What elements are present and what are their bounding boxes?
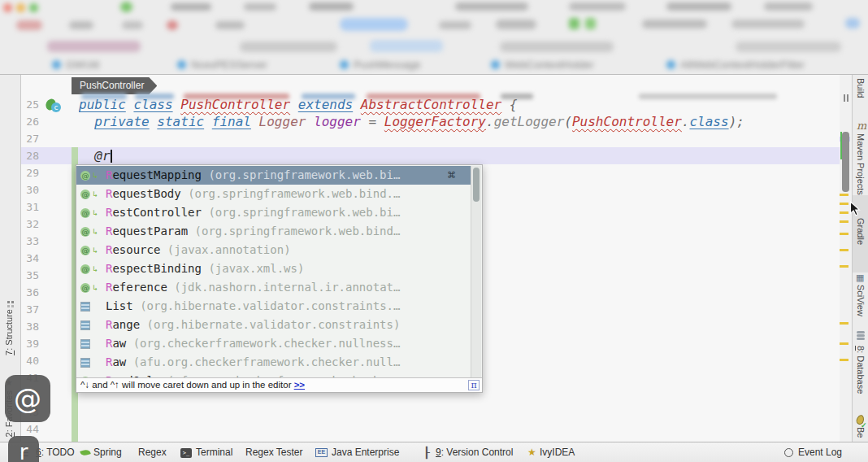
warning-tick[interactable] [840, 322, 848, 325]
completion-list[interactable]: @↳RequestMapping (org.springframework.we… [76, 165, 482, 378]
line-number: 37 [21, 301, 39, 318]
tab-label: AllWebContextHolderFilter [680, 59, 805, 71]
more-shortcuts-link[interactable]: >> [294, 380, 305, 390]
code-line-26: private static final Logger logger = Log… [79, 113, 744, 130]
completion-item[interactable]: @↳RespectBinding (javax.xml.ws) [76, 259, 471, 278]
warning-tick[interactable] [840, 342, 848, 345]
label: SciView [856, 285, 866, 316]
blur-blob [171, 3, 211, 11]
blur-blob [500, 41, 614, 52]
code-line-25: public class PushController extends Abst… [79, 96, 517, 113]
breadcrumb[interactable]: PushController [72, 77, 157, 94]
completion-item[interactable]: @↳RequestMapping (org.springframework.we… [76, 166, 471, 185]
warning-tick[interactable] [840, 265, 848, 268]
tab-label: WebContextHolder [505, 59, 594, 71]
warning-tick[interactable] [840, 220, 848, 223]
class-file-icon [52, 60, 61, 69]
completion-item[interactable]: @↳RestController (org.springframework.we… [76, 203, 471, 222]
statusbar-spring[interactable]: Spring [93, 442, 122, 462]
toolwindow-button-gradle[interactable]: Gradle [856, 218, 866, 245]
warning-tick[interactable] [840, 359, 848, 361]
traffic-light-zoom-icon[interactable] [29, 3, 38, 12]
completion-item[interactable]: @↳Resource (javax.annotation) [76, 241, 471, 259]
toolwindow-button-build[interactable]: Build [856, 78, 866, 98]
completion-item[interactable]: List (org.hibernate.validator.constraint… [76, 297, 471, 316]
toolwindow-button-beans[interactable]: Be [856, 427, 866, 438]
warning-tick[interactable] [840, 211, 848, 214]
shortcut-hint-icon: ⌘ [447, 166, 456, 185]
class-file-icon [177, 60, 186, 69]
completion-item[interactable]: @↳RequestParam (org.springframework.web.… [76, 222, 471, 241]
warning-tick[interactable] [840, 249, 848, 251]
completion-item[interactable]: Raw (afu.org.checkerframework.checker.nu… [76, 353, 471, 372]
maven-icon: m [857, 120, 866, 132]
blur-blob [642, 20, 707, 28]
toolwindow-button-sciview[interactable]: SciView [856, 285, 866, 316]
statusbar-regex-tester[interactable]: Regex Tester [245, 442, 302, 462]
line-number: 32 [21, 216, 39, 233]
pi-sorting-icon[interactable]: π [468, 380, 480, 390]
blur-blob [370, 40, 443, 52]
spring-controller-gutter-icon[interactable]: c [46, 99, 62, 113]
right-toolwindow-stripe: Build m Maven Projects Gradle ▦ SciView … [852, 75, 868, 442]
run-config-blurred[interactable] [340, 18, 408, 31]
statusbar-event-log[interactable]: Event Log [798, 442, 842, 462]
item-label: espectBinding (javax.xml.ws) [112, 259, 304, 278]
editor-tab-blurred[interactable]: PushMessage [340, 57, 420, 72]
completion-item[interactable]: Raw (org.checkerframework.checker.nullne… [76, 334, 471, 353]
blur-blob [215, 21, 245, 29]
blur-blob [309, 2, 354, 11]
label: Gradle [856, 218, 866, 245]
annotation-icon: @ [80, 283, 90, 293]
text-caret [111, 150, 112, 163]
editor-tab-blurred[interactable]: GWUtil [52, 57, 99, 72]
line-number: 26 [21, 113, 39, 130]
editor-tab-blurred[interactable]: NcesPESServer [177, 57, 267, 72]
completion-item[interactable]: @↳RequestBody (org.springframework.web.b… [76, 185, 471, 203]
database-icon [857, 331, 865, 341]
blur-blob [240, 41, 337, 52]
blur-blob [122, 21, 143, 29]
warning-tick[interactable] [840, 233, 848, 235]
label: : Structure [4, 309, 14, 351]
editor-tab-blurred[interactable]: AllWebContextHolderFilter [666, 57, 805, 72]
warning-tick[interactable] [840, 203, 848, 205]
mouse-cursor [849, 201, 861, 220]
statusbar-ivyidea[interactable]: IvyIDEA [540, 442, 575, 462]
scrollbar-thumb[interactable] [842, 132, 849, 192]
window-chrome-blurred: GWUtil NcesPESServer PushMessage WebCont… [0, 0, 868, 75]
traffic-light-close-icon[interactable] [3, 3, 12, 12]
annotation-icon: @ [80, 171, 90, 181]
toolwindow-button-structure[interactable]: 7: Structure [4, 309, 14, 355]
blur-blob [120, 2, 132, 12]
popup-scrollbar[interactable] [471, 166, 481, 377]
annotation-icon: @ [80, 190, 90, 199]
toolwindow-button-maven-projects[interactable]: Maven Projects [856, 133, 866, 195]
line-number: 39 [21, 335, 39, 352]
completion-popup: @↳RequestMapping (org.springframework.we… [76, 164, 483, 393]
annotation-icon: @ [80, 264, 90, 274]
completion-item[interactable]: Range (org.hibernate.validator.constrain… [76, 316, 471, 334]
statusbar-todo[interactable]: 6: TODO [36, 442, 75, 462]
label: Maven Projects [856, 133, 866, 195]
line-number: 44 [21, 421, 39, 438]
statusbar-java-enterprise[interactable]: Java Enterprise [332, 442, 399, 462]
visibility-icon: ↳ [93, 203, 98, 222]
completion-item[interactable]: @↳Reference (jdk.nashorn.internal.ir.ann… [76, 278, 471, 297]
statusbar-regex[interactable]: Regex [138, 442, 167, 462]
statusbar-terminal[interactable]: Terminal [196, 442, 232, 462]
editor-error-stripe[interactable] [840, 75, 852, 442]
ghost-code-blur [639, 94, 777, 99]
class-file-icon [340, 60, 349, 69]
code-line-28: @r [79, 147, 112, 164]
warning-tick[interactable] [840, 194, 848, 196]
keycast-at-overlay: @ [5, 375, 50, 422]
traffic-light-minimize-icon[interactable] [16, 3, 25, 12]
label: Build [856, 78, 866, 98]
statusbar-version-control[interactable]: 9: Version Control [436, 442, 513, 462]
line-number: 28 [21, 147, 39, 164]
popup-scrollbar-thumb[interactable] [473, 168, 480, 202]
constraint-icon [80, 358, 90, 368]
toolwindow-button-database[interactable]: 8: Database [856, 346, 866, 394]
editor-tab-blurred[interactable]: WebContextHolder [491, 57, 594, 72]
